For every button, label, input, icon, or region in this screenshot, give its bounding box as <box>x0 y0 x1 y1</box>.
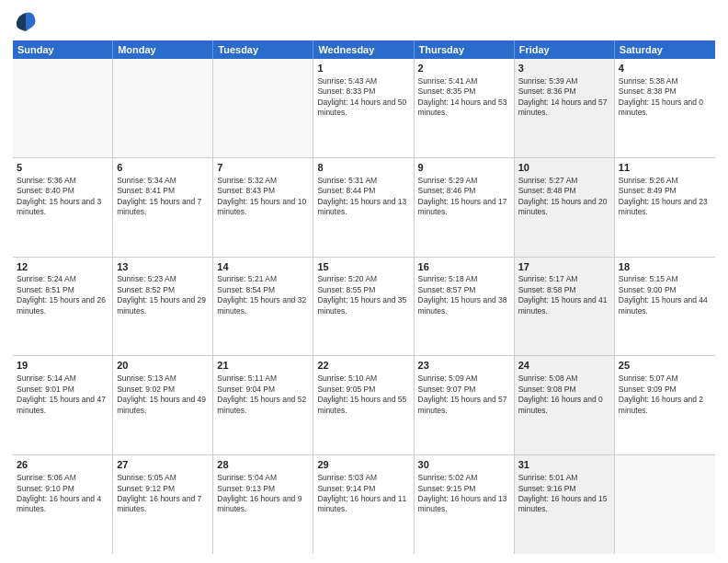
calendar-cell: 7Sunrise: 5:32 AMSunset: 8:43 PMDaylight… <box>213 158 313 257</box>
day-number: 26 <box>17 458 108 472</box>
calendar-cell: 28Sunrise: 5:04 AMSunset: 9:13 PMDayligh… <box>213 455 313 554</box>
calendar-cell: 14Sunrise: 5:21 AMSunset: 8:54 PMDayligh… <box>213 258 313 356</box>
day-info: Sunrise: 5:03 AMSunset: 9:14 PMDaylight:… <box>317 473 406 513</box>
calendar-cell: 19Sunrise: 5:14 AMSunset: 9:01 PMDayligh… <box>13 356 113 454</box>
day-number: 2 <box>418 62 510 75</box>
day-number: 23 <box>418 359 510 373</box>
calendar-cell: 10Sunrise: 5:27 AMSunset: 8:48 PMDayligh… <box>515 158 615 257</box>
day-info: Sunrise: 5:36 AMSunset: 8:40 PMDaylight:… <box>17 176 101 216</box>
calendar-cell: 1Sunrise: 5:43 AMSunset: 8:33 PMDaylight… <box>313 59 414 157</box>
calendar-cell <box>13 59 113 157</box>
day-number: 1 <box>317 62 409 75</box>
day-info: Sunrise: 5:21 AMSunset: 8:54 PMDaylight:… <box>217 274 306 315</box>
day-info: Sunrise: 5:39 AMSunset: 8:36 PMDaylight:… <box>518 76 608 117</box>
day-info: Sunrise: 5:27 AMSunset: 8:48 PMDaylight:… <box>518 176 608 216</box>
day-number: 15 <box>317 260 409 274</box>
day-info: Sunrise: 5:24 AMSunset: 8:51 PMDaylight:… <box>17 274 106 315</box>
day-of-week-friday: Friday <box>515 40 615 59</box>
calendar-row: 5Sunrise: 5:36 AMSunset: 8:40 PMDaylight… <box>13 158 715 258</box>
calendar-cell: 5Sunrise: 5:36 AMSunset: 8:40 PMDaylight… <box>13 158 113 257</box>
day-number: 10 <box>518 161 610 175</box>
day-info: Sunrise: 5:15 AMSunset: 9:00 PMDaylight:… <box>619 274 708 315</box>
day-info: Sunrise: 5:11 AMSunset: 9:04 PMDaylight:… <box>217 373 306 414</box>
day-number: 14 <box>217 260 309 274</box>
day-info: Sunrise: 5:10 AMSunset: 9:05 PMDaylight:… <box>317 373 406 414</box>
day-info: Sunrise: 5:43 AMSunset: 8:33 PMDaylight:… <box>317 76 406 117</box>
calendar-cell: 23Sunrise: 5:09 AMSunset: 9:07 PMDayligh… <box>415 356 515 454</box>
calendar-cell: 8Sunrise: 5:31 AMSunset: 8:44 PMDaylight… <box>313 158 414 257</box>
calendar-cell: 11Sunrise: 5:26 AMSunset: 8:49 PMDayligh… <box>615 158 715 257</box>
day-info: Sunrise: 5:32 AMSunset: 8:43 PMDaylight:… <box>217 176 306 216</box>
calendar-cell: 29Sunrise: 5:03 AMSunset: 9:14 PMDayligh… <box>313 455 414 554</box>
calendar-header: SundayMondayTuesdayWednesdayThursdayFrid… <box>13 40 715 59</box>
calendar-cell: 20Sunrise: 5:13 AMSunset: 9:02 PMDayligh… <box>113 356 213 454</box>
day-info: Sunrise: 5:31 AMSunset: 8:44 PMDaylight:… <box>317 176 406 216</box>
calendar-body: 1Sunrise: 5:43 AMSunset: 8:33 PMDaylight… <box>13 59 715 554</box>
day-number: 5 <box>17 161 108 175</box>
calendar-cell: 17Sunrise: 5:17 AMSunset: 8:58 PMDayligh… <box>515 258 615 356</box>
logo-icon <box>13 9 39 35</box>
day-of-week-tuesday: Tuesday <box>213 40 313 59</box>
day-number: 22 <box>317 359 409 373</box>
calendar-cell: 26Sunrise: 5:06 AMSunset: 9:10 PMDayligh… <box>13 455 113 554</box>
day-number: 16 <box>418 260 510 274</box>
day-number: 19 <box>17 359 108 373</box>
calendar-cell: 9Sunrise: 5:29 AMSunset: 8:46 PMDaylight… <box>415 158 515 257</box>
day-number: 11 <box>619 161 711 175</box>
day-info: Sunrise: 5:08 AMSunset: 9:08 PMDaylight:… <box>518 373 603 414</box>
day-info: Sunrise: 5:23 AMSunset: 8:52 PMDaylight:… <box>117 274 206 315</box>
calendar-cell: 3Sunrise: 5:39 AMSunset: 8:36 PMDaylight… <box>515 59 615 157</box>
day-number: 13 <box>117 260 209 274</box>
calendar-cell <box>113 59 213 157</box>
day-number: 6 <box>117 161 209 175</box>
day-info: Sunrise: 5:17 AMSunset: 8:58 PMDaylight:… <box>518 274 608 315</box>
day-info: Sunrise: 5:01 AMSunset: 9:16 PMDaylight:… <box>518 473 608 513</box>
day-info: Sunrise: 5:06 AMSunset: 9:10 PMDaylight:… <box>17 473 101 513</box>
day-number: 9 <box>418 161 510 175</box>
day-number: 21 <box>217 359 309 373</box>
calendar-cell: 30Sunrise: 5:02 AMSunset: 9:15 PMDayligh… <box>415 455 515 554</box>
calendar-row: 26Sunrise: 5:06 AMSunset: 9:10 PMDayligh… <box>13 455 715 554</box>
calendar-cell: 16Sunrise: 5:18 AMSunset: 8:57 PMDayligh… <box>415 258 515 356</box>
page: SundayMondayTuesdayWednesdayThursdayFrid… <box>0 0 728 563</box>
day-info: Sunrise: 5:38 AMSunset: 8:38 PMDaylight:… <box>619 76 703 117</box>
calendar-cell: 21Sunrise: 5:11 AMSunset: 9:04 PMDayligh… <box>213 356 313 454</box>
day-number: 12 <box>17 260 108 274</box>
calendar-cell <box>213 59 313 157</box>
day-number: 8 <box>317 161 409 175</box>
calendar: SundayMondayTuesdayWednesdayThursdayFrid… <box>13 40 715 554</box>
calendar-cell: 25Sunrise: 5:07 AMSunset: 9:09 PMDayligh… <box>615 356 715 454</box>
day-number: 28 <box>217 458 309 472</box>
day-number: 30 <box>418 458 510 472</box>
calendar-cell: 31Sunrise: 5:01 AMSunset: 9:16 PMDayligh… <box>515 455 615 554</box>
day-of-week-wednesday: Wednesday <box>313 40 414 59</box>
day-info: Sunrise: 5:18 AMSunset: 8:57 PMDaylight:… <box>418 274 507 315</box>
calendar-cell: 22Sunrise: 5:10 AMSunset: 9:05 PMDayligh… <box>313 356 414 454</box>
day-number: 18 <box>619 260 711 274</box>
calendar-cell: 4Sunrise: 5:38 AMSunset: 8:38 PMDaylight… <box>615 59 715 157</box>
calendar-cell: 18Sunrise: 5:15 AMSunset: 9:00 PMDayligh… <box>615 258 715 356</box>
calendar-cell: 2Sunrise: 5:41 AMSunset: 8:35 PMDaylight… <box>415 59 515 157</box>
calendar-cell: 13Sunrise: 5:23 AMSunset: 8:52 PMDayligh… <box>113 258 213 356</box>
day-number: 20 <box>117 359 209 373</box>
day-number: 4 <box>619 62 711 75</box>
day-info: Sunrise: 5:14 AMSunset: 9:01 PMDaylight:… <box>17 373 106 414</box>
day-info: Sunrise: 5:20 AMSunset: 8:55 PMDaylight:… <box>317 274 406 315</box>
calendar-cell <box>615 455 715 554</box>
day-info: Sunrise: 5:29 AMSunset: 8:46 PMDaylight:… <box>418 176 507 216</box>
day-info: Sunrise: 5:02 AMSunset: 9:15 PMDaylight:… <box>418 473 507 513</box>
calendar-cell: 27Sunrise: 5:05 AMSunset: 9:12 PMDayligh… <box>113 455 213 554</box>
calendar-cell: 12Sunrise: 5:24 AMSunset: 8:51 PMDayligh… <box>13 258 113 356</box>
day-number: 17 <box>518 260 610 274</box>
day-of-week-saturday: Saturday <box>615 40 715 59</box>
day-info: Sunrise: 5:04 AMSunset: 9:13 PMDaylight:… <box>217 473 301 513</box>
logo <box>13 9 41 35</box>
day-number: 29 <box>317 458 409 472</box>
day-info: Sunrise: 5:34 AMSunset: 8:41 PMDaylight:… <box>117 176 201 216</box>
day-info: Sunrise: 5:41 AMSunset: 8:35 PMDaylight:… <box>418 76 507 117</box>
day-number: 7 <box>217 161 309 175</box>
day-number: 25 <box>619 359 711 373</box>
calendar-row: 19Sunrise: 5:14 AMSunset: 9:01 PMDayligh… <box>13 356 715 455</box>
calendar-cell: 24Sunrise: 5:08 AMSunset: 9:08 PMDayligh… <box>515 356 615 454</box>
day-number: 31 <box>518 458 610 472</box>
